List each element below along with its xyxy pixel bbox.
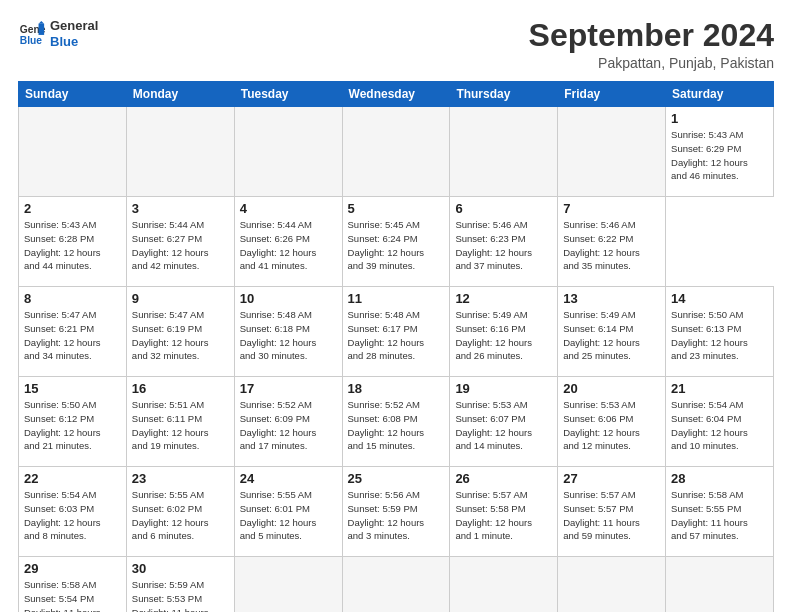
day-number: 4: [240, 201, 337, 216]
day-info: Sunrise: 5:46 AMSunset: 6:22 PMDaylight:…: [563, 219, 640, 271]
day-number: 28: [671, 471, 768, 486]
svg-text:Blue: Blue: [20, 35, 43, 46]
empty-cell: [234, 107, 342, 197]
day-number: 17: [240, 381, 337, 396]
calendar-cell: [342, 557, 450, 612]
calendar-cell: 4Sunrise: 5:44 AMSunset: 6:26 PMDaylight…: [234, 197, 342, 287]
calendar-cell: 9Sunrise: 5:47 AMSunset: 6:19 PMDaylight…: [126, 287, 234, 377]
calendar-cell: 2Sunrise: 5:43 AMSunset: 6:28 PMDaylight…: [19, 197, 127, 287]
calendar-cell: 10Sunrise: 5:48 AMSunset: 6:18 PMDayligh…: [234, 287, 342, 377]
calendar-cell: 17Sunrise: 5:52 AMSunset: 6:09 PMDayligh…: [234, 377, 342, 467]
calendar-cell: 30Sunrise: 5:59 AMSunset: 5:53 PMDayligh…: [126, 557, 234, 612]
col-saturday: Saturday: [666, 82, 774, 107]
day-info: Sunrise: 5:53 AMSunset: 6:07 PMDaylight:…: [455, 399, 532, 451]
calendar-week-row: 29Sunrise: 5:58 AMSunset: 5:54 PMDayligh…: [19, 557, 774, 612]
logo-general: General: [50, 18, 98, 34]
day-info: Sunrise: 5:57 AMSunset: 5:58 PMDaylight:…: [455, 489, 532, 541]
calendar-cell: 28Sunrise: 5:58 AMSunset: 5:55 PMDayligh…: [666, 467, 774, 557]
calendar-cell: 18Sunrise: 5:52 AMSunset: 6:08 PMDayligh…: [342, 377, 450, 467]
day-info: Sunrise: 5:55 AMSunset: 6:01 PMDaylight:…: [240, 489, 317, 541]
calendar-cell: 8Sunrise: 5:47 AMSunset: 6:21 PMDaylight…: [19, 287, 127, 377]
day-info: Sunrise: 5:48 AMSunset: 6:18 PMDaylight:…: [240, 309, 317, 361]
calendar-week-row: 22Sunrise: 5:54 AMSunset: 6:03 PMDayligh…: [19, 467, 774, 557]
title-block: September 2024 Pakpattan, Punjab, Pakist…: [529, 18, 774, 71]
day-number: 12: [455, 291, 552, 306]
calendar-cell: 7Sunrise: 5:46 AMSunset: 6:22 PMDaylight…: [558, 197, 666, 287]
day-number: 8: [24, 291, 121, 306]
day-number: 21: [671, 381, 768, 396]
calendar-week-row: 8Sunrise: 5:47 AMSunset: 6:21 PMDaylight…: [19, 287, 774, 377]
day-number: 14: [671, 291, 768, 306]
day-info: Sunrise: 5:54 AMSunset: 6:04 PMDaylight:…: [671, 399, 748, 451]
calendar-table: Sunday Monday Tuesday Wednesday Thursday…: [18, 81, 774, 612]
empty-cell: [126, 107, 234, 197]
day-info: Sunrise: 5:50 AMSunset: 6:12 PMDaylight:…: [24, 399, 101, 451]
day-number: 23: [132, 471, 229, 486]
calendar-cell: 3Sunrise: 5:44 AMSunset: 6:27 PMDaylight…: [126, 197, 234, 287]
day-number: 25: [348, 471, 445, 486]
day-info: Sunrise: 5:56 AMSunset: 5:59 PMDaylight:…: [348, 489, 425, 541]
day-number: 9: [132, 291, 229, 306]
empty-cell: [558, 107, 666, 197]
calendar-cell: 15Sunrise: 5:50 AMSunset: 6:12 PMDayligh…: [19, 377, 127, 467]
day-number: 20: [563, 381, 660, 396]
empty-cell: [450, 107, 558, 197]
day-number: 27: [563, 471, 660, 486]
day-info: Sunrise: 5:43 AMSunset: 6:28 PMDaylight:…: [24, 219, 101, 271]
day-number: 16: [132, 381, 229, 396]
svg-marker-3: [39, 21, 45, 24]
calendar-cell: 13Sunrise: 5:49 AMSunset: 6:14 PMDayligh…: [558, 287, 666, 377]
day-number: 13: [563, 291, 660, 306]
day-info: Sunrise: 5:45 AMSunset: 6:24 PMDaylight:…: [348, 219, 425, 271]
day-info: Sunrise: 5:43 AMSunset: 6:29 PMDaylight:…: [671, 129, 748, 181]
calendar-cell: 23Sunrise: 5:55 AMSunset: 6:02 PMDayligh…: [126, 467, 234, 557]
day-number: 26: [455, 471, 552, 486]
col-monday: Monday: [126, 82, 234, 107]
day-info: Sunrise: 5:47 AMSunset: 6:21 PMDaylight:…: [24, 309, 101, 361]
day-info: Sunrise: 5:44 AMSunset: 6:26 PMDaylight:…: [240, 219, 317, 271]
day-number: 6: [455, 201, 552, 216]
logo: General Blue General Blue: [18, 18, 98, 49]
calendar-cell: 1Sunrise: 5:43 AMSunset: 6:29 PMDaylight…: [666, 107, 774, 197]
empty-cell: [342, 107, 450, 197]
day-info: Sunrise: 5:46 AMSunset: 6:23 PMDaylight:…: [455, 219, 532, 271]
day-info: Sunrise: 5:53 AMSunset: 6:06 PMDaylight:…: [563, 399, 640, 451]
day-number: 29: [24, 561, 121, 576]
day-info: Sunrise: 5:44 AMSunset: 6:27 PMDaylight:…: [132, 219, 209, 271]
calendar-cell: 16Sunrise: 5:51 AMSunset: 6:11 PMDayligh…: [126, 377, 234, 467]
day-info: Sunrise: 5:58 AMSunset: 5:55 PMDaylight:…: [671, 489, 748, 541]
col-thursday: Thursday: [450, 82, 558, 107]
day-info: Sunrise: 5:58 AMSunset: 5:54 PMDaylight:…: [24, 579, 101, 612]
header: General Blue General Blue September 2024…: [18, 18, 774, 71]
calendar-cell: 5Sunrise: 5:45 AMSunset: 6:24 PMDaylight…: [342, 197, 450, 287]
calendar-cell: 29Sunrise: 5:58 AMSunset: 5:54 PMDayligh…: [19, 557, 127, 612]
calendar-week-row: 15Sunrise: 5:50 AMSunset: 6:12 PMDayligh…: [19, 377, 774, 467]
day-number: 18: [348, 381, 445, 396]
day-number: 10: [240, 291, 337, 306]
day-info: Sunrise: 5:59 AMSunset: 5:53 PMDaylight:…: [132, 579, 209, 612]
calendar-header-row: Sunday Monday Tuesday Wednesday Thursday…: [19, 82, 774, 107]
day-number: 30: [132, 561, 229, 576]
col-wednesday: Wednesday: [342, 82, 450, 107]
calendar-cell: [558, 557, 666, 612]
day-number: 2: [24, 201, 121, 216]
calendar-week-row: 1Sunrise: 5:43 AMSunset: 6:29 PMDaylight…: [19, 107, 774, 197]
calendar-cell: 25Sunrise: 5:56 AMSunset: 5:59 PMDayligh…: [342, 467, 450, 557]
calendar-week-row: 2Sunrise: 5:43 AMSunset: 6:28 PMDaylight…: [19, 197, 774, 287]
day-info: Sunrise: 5:55 AMSunset: 6:02 PMDaylight:…: [132, 489, 209, 541]
day-info: Sunrise: 5:50 AMSunset: 6:13 PMDaylight:…: [671, 309, 748, 361]
day-info: Sunrise: 5:51 AMSunset: 6:11 PMDaylight:…: [132, 399, 209, 451]
day-number: 22: [24, 471, 121, 486]
day-number: 19: [455, 381, 552, 396]
col-tuesday: Tuesday: [234, 82, 342, 107]
calendar-cell: 14Sunrise: 5:50 AMSunset: 6:13 PMDayligh…: [666, 287, 774, 377]
day-number: 1: [671, 111, 768, 126]
day-number: 11: [348, 291, 445, 306]
calendar-cell: 21Sunrise: 5:54 AMSunset: 6:04 PMDayligh…: [666, 377, 774, 467]
calendar-cell: [666, 557, 774, 612]
calendar-cell: 11Sunrise: 5:48 AMSunset: 6:17 PMDayligh…: [342, 287, 450, 377]
calendar-cell: 24Sunrise: 5:55 AMSunset: 6:01 PMDayligh…: [234, 467, 342, 557]
calendar-cell: [234, 557, 342, 612]
calendar-cell: 26Sunrise: 5:57 AMSunset: 5:58 PMDayligh…: [450, 467, 558, 557]
logo-blue: Blue: [50, 34, 98, 50]
